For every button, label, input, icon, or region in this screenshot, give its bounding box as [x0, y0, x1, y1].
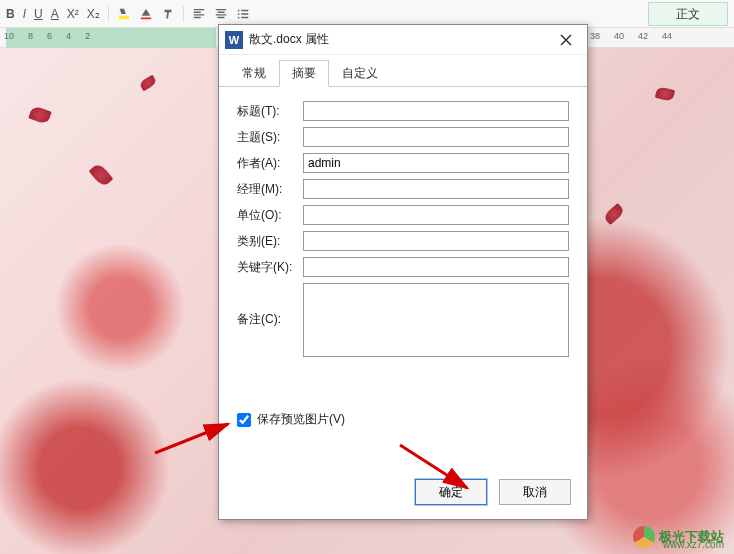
dialog-form: 标题(T): 主题(S): 作者(A): 经理(M): 单位(O): 类别(E)… — [219, 87, 587, 469]
keywords-label: 关键字(K): — [237, 259, 297, 276]
word-app-icon: W — [225, 31, 243, 49]
save-preview-checkbox[interactable] — [237, 413, 251, 427]
decorative-petal — [89, 162, 114, 188]
title-label: 标题(T): — [237, 103, 297, 120]
tab-general[interactable]: 常规 — [229, 60, 279, 87]
tab-custom[interactable]: 自定义 — [329, 60, 391, 87]
document-properties-dialog: W 散文.docx 属性 常规 摘要 自定义 标题(T): 主题(S): 作者(… — [218, 24, 588, 520]
site-watermark: 极光下载站 www.xz7.com — [633, 526, 724, 548]
dialog-title: 散文.docx 属性 — [249, 31, 545, 48]
font-color-button[interactable]: A — [51, 7, 59, 21]
author-input[interactable] — [303, 153, 569, 173]
close-button[interactable] — [551, 28, 581, 52]
dialog-titlebar[interactable]: W 散文.docx 属性 — [219, 25, 587, 55]
svg-point-2 — [237, 9, 239, 11]
bold-button[interactable]: B — [6, 7, 15, 21]
ok-button[interactable]: 确定 — [415, 479, 487, 505]
ruler-numbers-right: 38404244 — [590, 31, 672, 41]
watermark-logo-icon — [633, 526, 655, 548]
subject-label: 主题(S): — [237, 129, 297, 146]
align-left-button[interactable] — [192, 7, 206, 21]
decorative-petal — [655, 86, 675, 102]
subscript-button[interactable]: X₂ — [87, 7, 100, 21]
svg-rect-0 — [118, 15, 129, 19]
dialog-tabs: 常规 摘要 自定义 — [219, 55, 587, 87]
highlight-button[interactable] — [117, 7, 131, 21]
svg-rect-1 — [140, 17, 151, 19]
comments-label: 备注(C): — [237, 283, 297, 328]
underline-button[interactable]: U — [34, 7, 43, 21]
align-center-button[interactable] — [214, 7, 228, 21]
company-input[interactable] — [303, 205, 569, 225]
comments-textarea[interactable] — [303, 283, 569, 357]
clear-format-button[interactable] — [161, 7, 175, 21]
company-label: 单位(O): — [237, 207, 297, 224]
manager-label: 经理(M): — [237, 181, 297, 198]
cancel-button[interactable]: 取消 — [499, 479, 571, 505]
italic-button[interactable]: I — [23, 7, 26, 21]
style-normal-box[interactable]: 正文 — [648, 2, 728, 26]
svg-point-3 — [237, 13, 239, 15]
superscript-button[interactable]: X² — [67, 7, 79, 21]
category-input[interactable] — [303, 231, 569, 251]
tab-summary[interactable]: 摘要 — [279, 60, 329, 87]
title-input[interactable] — [303, 101, 569, 121]
svg-point-4 — [237, 16, 239, 18]
author-label: 作者(A): — [237, 155, 297, 172]
close-icon — [560, 34, 572, 46]
toolbar-separator — [183, 6, 184, 22]
font-fill-button[interactable] — [139, 7, 153, 21]
manager-input[interactable] — [303, 179, 569, 199]
decorative-petal — [602, 203, 625, 225]
toolbar-separator — [108, 6, 109, 22]
save-preview-label: 保存预览图片(V) — [257, 411, 345, 428]
keywords-input[interactable] — [303, 257, 569, 277]
list-button[interactable] — [236, 7, 250, 21]
subject-input[interactable] — [303, 127, 569, 147]
watermark-url: www.xz7.com — [663, 539, 724, 550]
decorative-petal — [28, 105, 52, 125]
dialog-footer: 确定 取消 — [219, 469, 587, 519]
category-label: 类别(E): — [237, 233, 297, 250]
ruler-numbers: 1086 42 — [4, 31, 104, 41]
style-label: 正文 — [676, 6, 700, 23]
decorative-petal — [139, 75, 158, 92]
